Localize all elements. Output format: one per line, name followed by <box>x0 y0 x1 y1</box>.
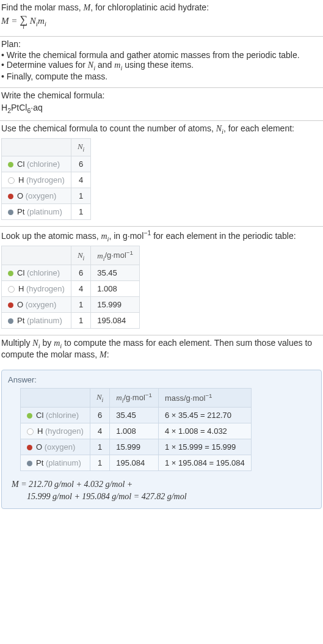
element-color-dot <box>27 461 32 466</box>
plan-heading: Plan: <box>1 39 322 49</box>
answer-box: Answer: Ni mi/g·mol−1 mass/g·mol−1 Cl (c… <box>1 370 322 509</box>
table-header-row: Ni mi/g·mol−1 mass/g·mol−1 <box>21 389 252 408</box>
mi-cell: 35.45 <box>110 408 159 423</box>
col-element <box>2 139 71 156</box>
mi-cell: 1.008 <box>91 281 140 297</box>
table-row: Pt (platinum)1 <box>2 203 91 219</box>
ni-cell: 1 <box>71 297 90 313</box>
element-cell: O (oxygen) <box>21 439 90 455</box>
ni-cell: 1 <box>71 188 90 203</box>
answer-title: Answer: <box>8 375 315 384</box>
col-ni: Ni <box>71 139 90 156</box>
element-cell: Cl (chlorine) <box>2 156 71 172</box>
col-ni: Ni <box>71 246 90 265</box>
element-color-dot <box>8 177 15 184</box>
table-row: Cl (chlorine)635.456 × 35.45 = 212.70 <box>21 408 252 423</box>
count-atoms-heading: Use the chemical formula to count the nu… <box>1 123 322 135</box>
mi-cell: 195.084 <box>91 313 140 329</box>
intro-line1: Find the molar mass, M, for chloroplatin… <box>1 2 322 13</box>
mi-cell: 195.084 <box>110 455 159 471</box>
element-color-dot <box>8 210 13 215</box>
element-cell: H (hydrogen) <box>21 423 90 439</box>
mi-cell: 35.45 <box>91 265 140 281</box>
mi-cell: 15.999 <box>91 297 140 313</box>
element-cell: H (hydrogen) <box>2 172 71 188</box>
ni-cell: 4 <box>90 423 109 439</box>
mi-cell: 15.999 <box>110 439 159 455</box>
col-element <box>21 389 90 408</box>
count-atoms-section: Use the chemical formula to count the nu… <box>0 121 323 226</box>
table-row: O (oxygen)115.9991 × 15.999 = 15.999 <box>21 439 252 455</box>
ni-cell: 1 <box>90 439 109 455</box>
intro-section: Find the molar mass, M, for chloroplatin… <box>0 0 323 36</box>
mass-cell: 4 × 1.008 = 4.032 <box>158 423 251 439</box>
col-ni: Ni <box>90 389 109 408</box>
element-cell: Pt (platinum) <box>2 203 71 219</box>
element-color-dot <box>27 445 32 450</box>
ni-cell: 4 <box>71 172 90 188</box>
ni-cell: 6 <box>71 156 90 172</box>
col-mass: mass/g·mol−1 <box>158 389 251 408</box>
element-color-dot <box>8 302 13 308</box>
plan-item: • Finally, compute the mass. <box>1 71 322 81</box>
element-cell: Pt (platinum) <box>2 313 71 329</box>
table-row: Pt (platinum)1195.084 <box>2 313 140 329</box>
mass-cell: 1 × 195.084 = 195.084 <box>158 455 251 471</box>
answer-table: Ni mi/g·mol−1 mass/g·mol−1 Cl (chlorine)… <box>20 388 252 471</box>
mass-cell: 6 × 35.45 = 212.70 <box>158 408 251 423</box>
element-color-dot <box>8 271 13 276</box>
table-header-row: Ni mi/g·mol−1 <box>2 246 140 265</box>
multiply-heading: Multiply Ni by mi to compute the mass fo… <box>1 338 322 360</box>
table-row: O (oxygen)115.999 <box>2 297 140 313</box>
table-row: Pt (platinum)1195.0841 × 195.084 = 195.0… <box>21 455 252 471</box>
intro-formula: M = ∑i Nimi <box>1 14 322 30</box>
element-cell: Pt (platinum) <box>21 455 90 471</box>
element-cell: Cl (chlorine) <box>21 408 90 423</box>
col-element <box>2 246 71 265</box>
element-color-dot <box>27 413 32 419</box>
element-color-dot <box>8 286 15 293</box>
element-color-dot <box>27 428 34 435</box>
plan-list: • Write the chemical formula and gather … <box>1 50 322 81</box>
table-row: H (hydrogen)4 <box>2 172 91 188</box>
ni-cell: 6 <box>71 265 90 281</box>
ni-cell: 1 <box>71 203 90 219</box>
multiply-section: Multiply Ni by mi to compute the mass fo… <box>0 335 323 366</box>
atomic-mass-heading: Look up the atomic mass, mi, in g·mol−1 … <box>1 229 322 242</box>
table-row: O (oxygen)1 <box>2 188 91 203</box>
element-color-dot <box>8 318 13 324</box>
plan-section: Plan: • Write the chemical formula and g… <box>0 37 323 87</box>
plan-item: • Write the chemical formula and gather … <box>1 50 322 60</box>
ni-cell: 1 <box>71 313 90 329</box>
col-mi: mi/g·mol−1 <box>91 246 140 265</box>
atomic-mass-table: Ni mi/g·mol−1 Cl (chlorine)635.45H (hydr… <box>1 246 140 329</box>
element-cell: O (oxygen) <box>2 188 71 203</box>
element-color-dot <box>8 194 13 199</box>
element-cell: H (hydrogen) <box>2 281 71 297</box>
chemical-formula: H2PtCl6·aq <box>1 103 322 114</box>
count-atoms-table: Ni Cl (chlorine)6H (hydrogen)4O (oxygen)… <box>1 138 91 220</box>
table-header-row: Ni <box>2 139 91 156</box>
col-mi: mi/g·mol−1 <box>110 389 159 408</box>
element-cell: O (oxygen) <box>2 297 71 313</box>
write-formula-section: Write the chemical formula: H2PtCl6·aq <box>0 88 323 120</box>
element-cell: Cl (chlorine) <box>2 265 71 281</box>
table-row: H (hydrogen)41.008 <box>2 281 140 297</box>
mi-cell: 1.008 <box>110 423 159 439</box>
table-row: Cl (chlorine)635.45 <box>2 265 140 281</box>
ni-cell: 6 <box>90 408 109 423</box>
mass-cell: 1 × 15.999 = 15.999 <box>158 439 251 455</box>
element-color-dot <box>8 162 13 167</box>
atomic-mass-section: Look up the atomic mass, mi, in g·mol−1 … <box>0 227 323 335</box>
plan-item: • Determine values for Ni and mi using t… <box>1 60 322 71</box>
ni-cell: 4 <box>71 281 90 297</box>
final-molar-mass: M = 212.70 g/mol + 4.032 g/mol + 15.999 … <box>8 478 315 502</box>
write-formula-heading: Write the chemical formula: <box>1 90 322 100</box>
ni-cell: 1 <box>90 455 109 471</box>
table-row: H (hydrogen)41.0084 × 1.008 = 4.032 <box>21 423 252 439</box>
table-row: Cl (chlorine)6 <box>2 156 91 172</box>
